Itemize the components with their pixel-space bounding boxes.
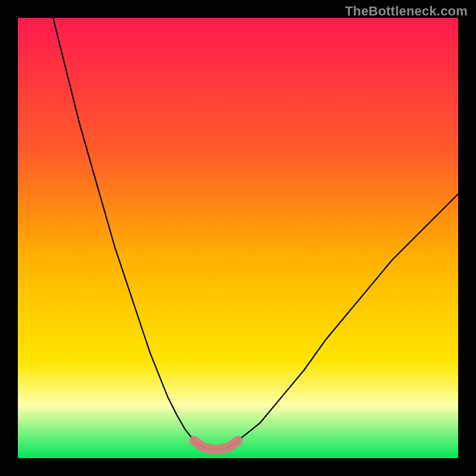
plot-background bbox=[18, 18, 458, 458]
chart-frame: TheBottleneck.com bbox=[0, 0, 476, 476]
bottleneck-chart bbox=[0, 0, 476, 476]
watermark-text: TheBottleneck.com bbox=[345, 4, 468, 19]
